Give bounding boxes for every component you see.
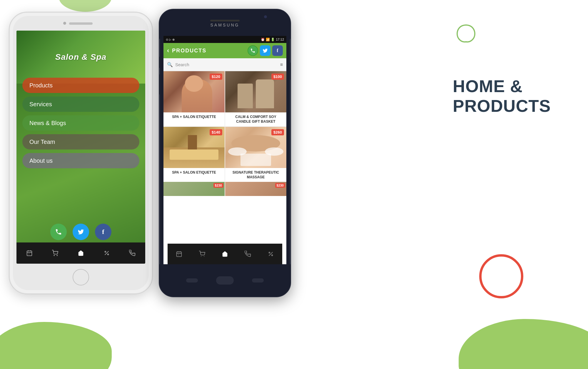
samsung-toolbar-cart[interactable] — [199, 251, 205, 257]
product-card-3[interactable]: $140 SPA + SALON ETIQUETTE — [163, 127, 225, 182]
products-header-title: Products — [172, 48, 245, 54]
samsung-status-bar: ⊙ ▷ ⊕ ⏰ 📶 🔋 17:12 — [163, 36, 286, 43]
samsung-toolbar-contact[interactable] — [245, 251, 251, 257]
samsung-device: SAMSUNG ⊙ ▷ ⊕ ⏰ 📶 🔋 17:12 — [159, 9, 291, 303]
product-price-4: $260 — [271, 129, 284, 135]
svg-point-16 — [204, 256, 204, 257]
iphone-toolbar: 7 — [16, 242, 145, 264]
search-icon: 🔍 — [167, 62, 173, 67]
svg-text:7: 7 — [178, 254, 179, 256]
heading-line1: HOME & — [453, 77, 564, 96]
product-card-5-partial[interactable]: $230 — [163, 182, 225, 196]
menu-item-ourteam[interactable]: Our Team — [22, 134, 139, 149]
svg-line-19 — [269, 252, 273, 256]
menu-item-aboutus[interactable]: About us — [22, 153, 139, 168]
samsung-volume-up-button — [159, 56, 160, 68]
product-image-4: $260 — [225, 127, 286, 168]
svg-rect-10 — [177, 252, 182, 257]
filter-icon[interactable]: ≡ — [280, 62, 283, 67]
menu-item-products[interactable]: Products — [22, 78, 139, 93]
samsung-toolbar-home[interactable] — [222, 251, 228, 257]
iphone-phone-button[interactable] — [50, 224, 67, 240]
iphone-camera — [63, 22, 66, 25]
product-name-2: Calm & Comfort Soy Candle Gift Basket — [225, 112, 286, 126]
iphone-facebook-button[interactable]: f — [95, 224, 111, 240]
product-price-2: $100 — [271, 74, 284, 80]
iphone-speaker — [69, 22, 93, 25]
heading-line2: PRODUCTS — [453, 96, 564, 116]
product-name-4: Signature Therapeutic Massage — [225, 168, 286, 182]
iphone-toolbar-calendar[interactable]: 7 — [26, 250, 33, 256]
svg-point-5 — [54, 255, 55, 256]
samsung-outer-shell: SAMSUNG ⊙ ▷ ⊕ ⏰ 📶 🔋 17:12 — [159, 9, 291, 297]
samsung-app-header: ‹ Products f — [163, 43, 286, 58]
iphone-social-buttons: f — [16, 224, 145, 240]
product-card-4[interactable]: $260 Signature Therapeutic Massage — [225, 127, 286, 182]
status-bar-right: ⏰ 📶 🔋 17:12 — [261, 38, 284, 41]
iphone-outer-shell: Salon & Spa Products Services News & Blo… — [9, 12, 153, 294]
svg-point-7 — [105, 251, 106, 252]
back-button[interactable]: ‹ — [167, 47, 169, 54]
samsung-toolbar-percent[interactable] — [268, 251, 274, 257]
deco-circle — [479, 254, 523, 298]
iphone-toolbar-home[interactable] — [78, 250, 84, 256]
samsung-search-bar: 🔍 Search ≡ — [163, 58, 286, 71]
samsung-top-area: SAMSUNG — [159, 9, 290, 39]
iphone-app-header: Salon & Spa — [16, 31, 145, 84]
deco-teardrop — [456, 24, 476, 44]
page-heading: HOME & PRODUCTS — [453, 77, 564, 116]
samsung-power-button — [290, 62, 291, 80]
product-image-1: $120 — [163, 71, 225, 112]
product-card-2[interactable]: $100 Calm & Comfort Soy Candle Gift Bask… — [225, 71, 286, 126]
products-partial-row: $230 $230 — [163, 182, 286, 196]
status-bar-left: ⊙ ▷ ⊕ — [166, 38, 175, 41]
samsung-recent-button[interactable] — [186, 278, 198, 282]
svg-point-15 — [201, 256, 201, 257]
product-image-3: $140 — [163, 127, 225, 168]
samsung-header-facebook-button[interactable]: f — [272, 45, 283, 56]
header-social-buttons: f — [248, 45, 283, 56]
bg-decoration-bottom-right — [459, 319, 588, 369]
svg-text:7: 7 — [28, 253, 29, 255]
menu-item-services[interactable]: Services — [22, 97, 139, 112]
samsung-header-phone-button[interactable] — [248, 45, 258, 56]
iphone-app-title: Salon & Spa — [55, 52, 106, 62]
samsung-back-button[interactable] — [252, 278, 264, 282]
product-card-1[interactable]: $120 SPA + SALON ETIQUETTE — [163, 71, 225, 126]
samsung-bottom-toolbar: 7 — [168, 244, 282, 264]
bg-decoration-top-left — [59, 0, 112, 12]
product-image-2: $100 — [225, 71, 286, 112]
iphone-toolbar-cart[interactable] — [52, 250, 58, 256]
samsung-toolbar-calendar[interactable]: 7 — [176, 251, 182, 257]
product-price-1: $120 — [210, 74, 222, 80]
svg-point-6 — [57, 255, 58, 256]
product-name-1: SPA + SALON ETIQUETTE — [163, 112, 225, 122]
product-name-3: SPA + SALON ETIQUETTE — [163, 168, 225, 177]
samsung-speaker — [210, 20, 240, 21]
bg-decoration-bottom-left — [0, 322, 112, 369]
search-input[interactable]: Search — [175, 62, 278, 67]
product-price-3: $140 — [210, 129, 222, 135]
product-card-6-partial[interactable]: $230 — [225, 182, 286, 196]
svg-point-8 — [107, 254, 108, 255]
product-price-5-partial: $230 — [213, 183, 223, 188]
samsung-screen: ⊙ ▷ ⊕ ⏰ 📶 🔋 17:12 ‹ Products — [163, 36, 286, 264]
samsung-home-button[interactable] — [216, 276, 234, 285]
iphone-inner-shell: Salon & Spa Products Services News & Blo… — [13, 16, 149, 290]
products-grid: $120 SPA + SALON ETIQUETTE $100 — [163, 71, 286, 182]
iphone-device: Salon & Spa Products Services News & Blo… — [9, 12, 153, 297]
iphone-menu: Products Services News & Blogs Our Team … — [16, 78, 145, 172]
iphone-home-button[interactable] — [73, 269, 89, 285]
svg-point-18 — [272, 255, 273, 256]
iphone-toolbar-contact[interactable] — [129, 250, 136, 256]
samsung-volume-down-button — [159, 74, 160, 95]
iphone-toolbar-percent[interactable] — [103, 250, 110, 256]
svg-line-9 — [105, 251, 108, 255]
iphone-twitter-button[interactable] — [73, 224, 89, 240]
samsung-header-twitter-button[interactable] — [260, 45, 270, 56]
samsung-brand-label: SAMSUNG — [211, 23, 240, 27]
iphone-screen: Salon & Spa Products Services News & Blo… — [16, 31, 145, 264]
menu-item-news[interactable]: News & Blogs — [22, 115, 139, 131]
svg-point-17 — [269, 252, 270, 253]
samsung-hardware-bottom — [159, 264, 290, 297]
